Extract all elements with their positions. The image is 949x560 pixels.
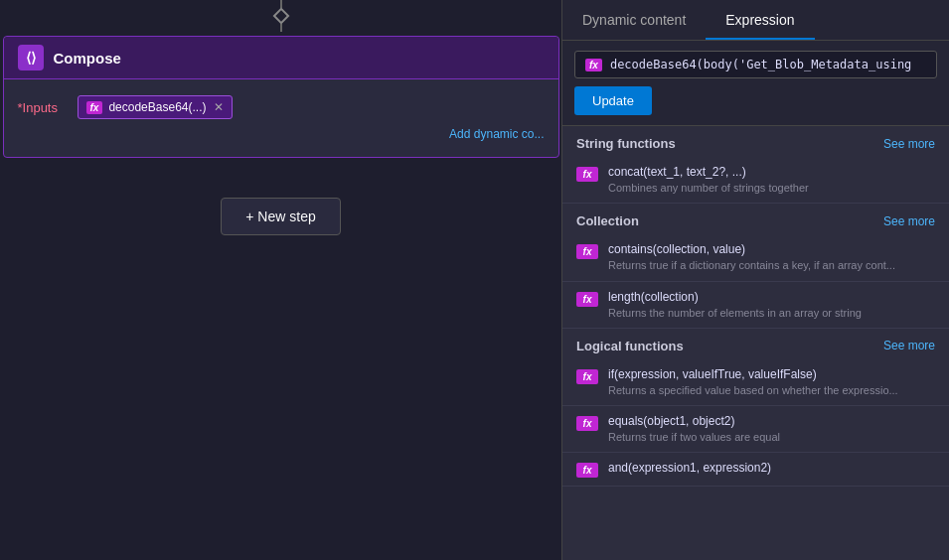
fx-badge-input: fx <box>585 59 602 71</box>
connector-line-bottom <box>280 24 282 32</box>
func-name-length: length(collection) <box>608 290 935 304</box>
section-string-title: String functions <box>576 136 676 151</box>
tab-dynamic-content[interactable]: Dynamic content <box>562 0 706 40</box>
function-item-equals[interactable]: fx equals(object1, object2) Returns true… <box>562 406 949 453</box>
fx-icon-and: fx <box>576 463 598 478</box>
compose-body: *Inputs fx decodeBase64(...) ✕ Add dynam… <box>4 79 558 157</box>
section-logical-header: Logical functions See more <box>562 329 949 359</box>
func-info-if: if(expression, valueIfTrue, valueIfFalse… <box>608 367 935 397</box>
function-item-length[interactable]: fx length(collection) Returns the number… <box>562 282 949 329</box>
compose-icon-glyph: ⟨⟩ <box>26 50 36 66</box>
fx-badge-chip: fx <box>86 101 103 114</box>
fx-icon-contains: fx <box>576 244 598 259</box>
new-step-container: + New step <box>221 198 340 235</box>
logical-see-more[interactable]: See more <box>883 339 935 352</box>
compose-header: ⟨⟩ Compose <box>4 37 558 79</box>
func-desc-contains: Returns true if a dictionary contains a … <box>608 258 935 272</box>
function-item-contains[interactable]: fx contains(collection, value) Returns t… <box>562 234 949 281</box>
new-step-button[interactable]: + New step <box>221 198 340 235</box>
compose-title: Compose <box>54 50 121 67</box>
func-name-concat: concat(text_1, text_2?, ...) <box>608 165 935 179</box>
expression-input-box[interactable]: fx decodeBase64(body('Get_Blob_Metadata_… <box>574 51 937 78</box>
func-info-equals: equals(object1, object2) Returns true if… <box>608 414 935 444</box>
add-dynamic-content[interactable]: Add dynamic co... <box>18 127 545 141</box>
func-name-and: and(expression1, expression2) <box>608 461 935 475</box>
fx-icon-if: fx <box>576 369 598 384</box>
inputs-row: *Inputs fx decodeBase64(...) ✕ <box>18 95 545 119</box>
func-name-if: if(expression, valueIfTrue, valueIfFalse… <box>608 367 935 381</box>
right-panel: Dynamic content Expression fx decodeBase… <box>561 0 949 560</box>
section-string-functions-header: String functions See more <box>562 126 949 157</box>
func-info-concat: concat(text_1, text_2?, ...) Combines an… <box>608 165 935 195</box>
expression-input-area: fx decodeBase64(body('Get_Blob_Metadata_… <box>562 41 949 126</box>
function-item-if[interactable]: fx if(expression, valueIfTrue, valueIfFa… <box>562 359 949 406</box>
function-item-concat[interactable]: fx concat(text_1, text_2?, ...) Combines… <box>562 157 949 204</box>
fx-icon-length: fx <box>576 292 598 307</box>
section-collection-header: Collection See more <box>562 204 949 234</box>
func-name-equals: equals(object1, object2) <box>608 414 935 428</box>
top-connector <box>275 0 287 32</box>
fx-icon-concat: fx <box>576 167 598 182</box>
tab-bar: Dynamic content Expression <box>562 0 949 41</box>
func-info-and: and(expression1, expression2) <box>608 461 935 477</box>
update-button[interactable]: Update <box>574 86 652 115</box>
section-logical-title: Logical functions <box>576 339 684 353</box>
collection-see-more[interactable]: See more <box>883 214 935 228</box>
function-item-and[interactable]: fx and(expression1, expression2) <box>562 453 949 487</box>
left-panel: ⟨⟩ Compose *Inputs fx decodeBase64(...) … <box>0 0 561 560</box>
chip-text: decodeBase64(...) <box>108 100 206 114</box>
func-desc-if: Returns a specified value based on wheth… <box>608 383 935 397</box>
func-info-length: length(collection) Returns the number of… <box>608 290 935 320</box>
string-see-more[interactable]: See more <box>883 137 935 151</box>
connector-diamond <box>272 8 289 25</box>
section-collection-title: Collection <box>576 213 639 228</box>
compose-icon: ⟨⟩ <box>18 45 44 70</box>
func-name-contains: contains(collection, value) <box>608 242 935 256</box>
inputs-label: *Inputs <box>18 100 68 115</box>
func-desc-concat: Combines any number of strings together <box>608 181 935 195</box>
compose-card: ⟨⟩ Compose *Inputs fx decodeBase64(...) … <box>3 36 559 158</box>
expression-text: decodeBase64(body('Get_Blob_Metadata_usi… <box>610 58 926 71</box>
func-info-contains: contains(collection, value) Returns true… <box>608 242 935 272</box>
func-desc-equals: Returns true if two values are equal <box>608 430 935 444</box>
fx-icon-equals: fx <box>576 416 598 431</box>
functions-list: String functions See more fx concat(text… <box>562 126 949 560</box>
expression-chip[interactable]: fx decodeBase64(...) ✕ <box>78 95 234 119</box>
tab-expression[interactable]: Expression <box>706 0 814 40</box>
chip-close-button[interactable]: ✕ <box>214 100 224 114</box>
func-desc-length: Returns the number of elements in an arr… <box>608 306 935 320</box>
